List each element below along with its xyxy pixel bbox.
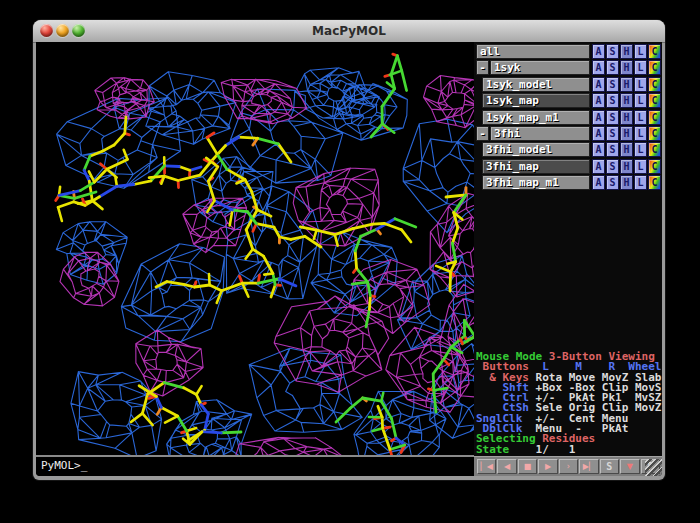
s-menu-button-1syk_map[interactable]: S (606, 93, 619, 108)
s-menu-button-all[interactable]: S (606, 44, 619, 59)
a-menu-button-3fhi_model[interactable]: A (592, 142, 605, 157)
density-mesh-lines (136, 330, 203, 396)
density-mesh-lines (450, 272, 451, 291)
stop-button[interactable]: ■ (518, 459, 537, 474)
s-menu-button-1syk_model[interactable]: S (606, 77, 619, 92)
h-menu-button-3fhi_model[interactable]: H (620, 142, 633, 157)
a-menu-button-1syk_map_m1[interactable]: A (592, 110, 605, 125)
object-row-3fhi_model: 3fhi_modelASHLC (474, 142, 662, 157)
density-mesh-lines (125, 117, 126, 133)
play-button[interactable]: ▶ (538, 459, 557, 474)
s-menu-button-1syk[interactable]: S (606, 60, 619, 75)
collapse-toggle-1syk[interactable]: - (476, 60, 489, 75)
a-menu-button-1syk[interactable]: A (592, 60, 605, 75)
object-name-1syk_map[interactable]: 1syk_map (482, 93, 590, 108)
density-mesh-lines (59, 191, 80, 196)
density-mesh-lines (194, 285, 209, 287)
resize-grip-icon[interactable] (645, 459, 662, 476)
h-menu-button-all[interactable]: H (620, 44, 633, 59)
density-mesh-lines (95, 78, 155, 119)
step-back-button[interactable]: ◀ (497, 459, 516, 474)
density-mesh-lines (273, 274, 275, 285)
density-mesh-lines (226, 137, 239, 145)
s-menu-button-3fhi[interactable]: S (606, 126, 619, 141)
density-mesh-lines (202, 432, 221, 433)
s-menu-button-3fhi_map[interactable]: S (606, 159, 619, 174)
s-menu-button-3fhi_map_m1[interactable]: S (606, 175, 619, 190)
density-mesh-lines (239, 137, 258, 138)
h-menu-button-1syk_model[interactable]: H (620, 77, 633, 92)
object-name-3fhi[interactable]: 3fhi (490, 126, 590, 141)
density-mesh-lines (71, 372, 162, 455)
object-name-all[interactable]: all (476, 44, 590, 59)
molecular-viewport[interactable] (36, 42, 474, 455)
c-menu-button-1syk_map_m1[interactable]: C (648, 110, 661, 125)
step-forward-button[interactable]: › (559, 459, 578, 474)
c-menu-button-all[interactable]: C (648, 44, 661, 59)
h-menu-button-3fhi_map_m1[interactable]: H (620, 175, 633, 190)
object-name-3fhi_model[interactable]: 3fhi_model (482, 142, 590, 157)
density-mesh-lines (402, 71, 407, 91)
c-menu-button-3fhi_map[interactable]: C (648, 159, 661, 174)
a-menu-button-3fhi[interactable]: A (592, 126, 605, 141)
a-menu-button-3fhi_map[interactable]: A (592, 159, 605, 174)
object-name-1syk_model[interactable]: 1syk_model (482, 77, 590, 92)
c-menu-button-3fhi_map_m1[interactable]: C (648, 175, 661, 190)
density-mesh-lines (230, 210, 233, 225)
a-menu-button-3fhi_map_m1[interactable]: A (592, 175, 605, 190)
command-prompt[interactable]: PyMOL>_ (36, 457, 474, 475)
s-menu-button-3fhi_model[interactable]: S (606, 142, 619, 157)
density-mesh-lines (179, 167, 190, 171)
a-menu-button-1syk_model[interactable]: A (592, 77, 605, 92)
rewind-start-button[interactable]: ▏◀ (477, 459, 496, 474)
object-name-3fhi_map_m1[interactable]: 3fhi_map_m1 (482, 175, 590, 190)
c-menu-button-1syk_map[interactable]: C (648, 93, 661, 108)
forward-end-button[interactable]: ▶▏ (579, 459, 598, 474)
a-menu-button-all[interactable]: A (592, 44, 605, 59)
c-menu-button-3fhi[interactable]: C (648, 126, 661, 141)
h-menu-button-1syk_map_m1[interactable]: H (620, 110, 633, 125)
l-menu-button-all[interactable]: L (634, 44, 647, 59)
l-menu-button-1syk_model[interactable]: L (634, 77, 647, 92)
l-menu-button-1syk[interactable]: L (634, 60, 647, 75)
c-menu-button-1syk[interactable]: C (648, 60, 661, 75)
a-menu-button-1syk_map[interactable]: A (592, 93, 605, 108)
density-mesh-lines (403, 119, 474, 232)
density-mesh-lines (178, 416, 187, 431)
density-mesh-lines (92, 201, 102, 209)
density-mesh-lines (190, 167, 201, 170)
density-mesh-lines (395, 219, 416, 227)
l-menu-button-1syk_map_m1[interactable]: L (634, 110, 647, 125)
l-menu-button-3fhi_map[interactable]: L (634, 159, 647, 174)
h-menu-button-3fhi[interactable]: H (620, 126, 633, 141)
mouse-panel-line-9[interactable]: State 1/ 1 (476, 445, 662, 455)
menu-dropdown-button[interactable]: ▼ (620, 459, 639, 474)
density-mesh-lines (200, 163, 210, 176)
c-menu-button-1syk_model[interactable]: C (648, 77, 661, 92)
command-line-bar[interactable]: PyMOL>_ (36, 455, 474, 476)
h-menu-button-1syk_map[interactable]: H (620, 93, 633, 108)
mouse-panel-text: 1/ 1 (509, 443, 575, 456)
density-mesh-lines (221, 432, 241, 433)
density-mesh-lines (209, 274, 210, 285)
c-menu-button-3fhi_model[interactable]: C (648, 142, 661, 157)
density-mesh-lines (271, 285, 275, 297)
h-menu-button-3fhi_map[interactable]: H (620, 159, 633, 174)
control-sidebar: allASHLC-1sykASHLC1syk_modelASHLC1syk_ma… (474, 42, 662, 476)
s-menu-button-1syk_map_m1[interactable]: S (606, 110, 619, 125)
scene-button[interactable]: S (600, 459, 619, 474)
object-name-1syk[interactable]: 1syk (490, 60, 590, 75)
collapse-toggle-3fhi[interactable]: - (476, 126, 489, 141)
density-mesh-lines (124, 150, 128, 160)
l-menu-button-1syk_map[interactable]: L (634, 93, 647, 108)
density-mesh-lines (167, 282, 184, 285)
l-menu-button-3fhi_model[interactable]: L (634, 142, 647, 157)
l-menu-button-3fhi[interactable]: L (634, 126, 647, 141)
title-bar[interactable]: MacPyMOL (33, 20, 665, 43)
h-menu-button-1syk[interactable]: H (620, 60, 633, 75)
object-row-1syk_map: 1syk_mapASHLC (474, 93, 662, 108)
object-name-1syk_map_m1[interactable]: 1syk_map_m1 (482, 110, 590, 125)
density-mesh-lines (165, 416, 178, 423)
object-name-3fhi_map[interactable]: 3fhi_map (482, 159, 590, 174)
l-menu-button-3fhi_map_m1[interactable]: L (634, 175, 647, 190)
